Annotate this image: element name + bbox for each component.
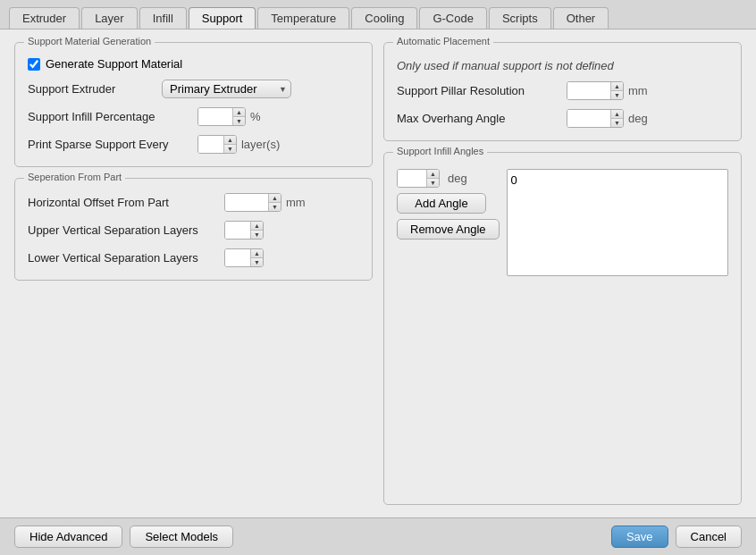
upper-spinners: ▲ ▼ — [250, 222, 263, 239]
infill-unit: % — [250, 110, 261, 123]
tab-bar: Extruder Layer Infill Support Temperatur… — [0, 0, 756, 29]
remove-angle-button[interactable]: Remove Angle — [397, 219, 500, 240]
sparse-spin-down[interactable]: ▼ — [224, 145, 236, 153]
angle-unit: deg — [448, 172, 467, 185]
angles-body: 0 ▲ ▼ deg Add Angle Remove Angle 0 — [397, 169, 728, 276]
auto-placement-title: Automatic Placement — [393, 36, 493, 46]
upper-spin-down[interactable]: ▼ — [251, 231, 263, 239]
lower-row: Lower Vertical Separation Layers 1 ▲ ▼ — [28, 248, 359, 267]
angle-input[interactable]: 0 — [398, 170, 426, 187]
infill-spinners: ▲ ▼ — [232, 108, 245, 125]
infill-spin-up[interactable]: ▲ — [233, 108, 245, 117]
left-column: Support Material Generation Generate Sup… — [14, 42, 373, 505]
overhang-spinners: ▲ ▼ — [610, 110, 623, 127]
pillar-label: Support Pillar Resolution — [397, 84, 567, 97]
pillar-spin-down[interactable]: ▼ — [611, 91, 623, 99]
tab-gcode[interactable]: G-Code — [419, 7, 487, 29]
infill-angles-panel: Support Infill Angles 0 ▲ ▼ — [383, 152, 742, 505]
tab-infill[interactable]: Infill — [139, 7, 187, 29]
tab-cooling[interactable]: Cooling — [351, 7, 417, 29]
horizontal-unit: mm — [286, 196, 306, 209]
overhang-input[interactable]: 45 — [567, 110, 610, 127]
horizontal-input[interactable]: 0.50 — [225, 194, 268, 211]
lower-spinners: ▲ ▼ — [250, 249, 263, 266]
sparse-label: Print Sparse Support Every — [28, 138, 197, 151]
extruder-label: Support Extruder — [28, 82, 162, 96]
pillar-unit: mm — [628, 84, 648, 97]
hide-advanced-button[interactable]: Hide Advanced — [14, 526, 122, 548]
infill-row: Support Infill Percentage 50 ▲ ▼ % — [28, 107, 359, 126]
support-material-panel: Support Material Generation Generate Sup… — [14, 42, 373, 167]
auto-placement-note: Only used if manual support is not defin… — [397, 59, 728, 72]
pillar-input[interactable]: 4.00 — [567, 82, 610, 99]
support-material-title: Support Material Generation — [24, 36, 155, 46]
overhang-spin: 45 ▲ ▼ — [567, 109, 624, 128]
separation-panel: Seperation From Part Horizontal Offset F… — [14, 178, 373, 281]
overhang-row: Max Overhang Angle 45 ▲ ▼ deg — [397, 109, 728, 128]
horizontal-spinners: ▲ ▼ — [268, 194, 281, 211]
tab-temperature[interactable]: Temperature — [257, 7, 349, 29]
lower-spin-up[interactable]: ▲ — [251, 249, 263, 258]
pillar-spinners: ▲ ▼ — [610, 82, 623, 99]
horizontal-spin: 0.50 ▲ ▼ — [224, 193, 281, 212]
angle-spin: 0 ▲ ▼ — [397, 169, 440, 188]
sparse-spin-up[interactable]: ▲ — [224, 136, 236, 145]
overhang-unit: deg — [628, 112, 648, 125]
sparse-input[interactable]: 1 — [198, 136, 223, 153]
horizontal-label: Horizontal Offset From Part — [28, 196, 224, 209]
sparse-unit: layer(s) — [241, 138, 280, 151]
extruder-row: Support Extruder Primary Extruder Second… — [28, 80, 359, 98]
pillar-row: Support Pillar Resolution 4.00 ▲ ▼ mm — [397, 81, 728, 100]
right-column: Automatic Placement Only used if manual … — [383, 42, 742, 505]
overhang-spin-down[interactable]: ▼ — [611, 119, 623, 127]
infill-input[interactable]: 50 — [198, 108, 232, 125]
overhang-label: Max Overhang Angle — [397, 112, 567, 125]
bottom-bar: Hide Advanced Select Models Save Cancel — [0, 517, 756, 555]
angles-controls: 0 ▲ ▼ deg Add Angle Remove Angle — [397, 169, 500, 276]
infill-label: Support Infill Percentage — [28, 110, 197, 123]
horizontal-spin-down[interactable]: ▼ — [269, 203, 281, 211]
upper-input[interactable]: 1 — [225, 222, 250, 239]
angle-input-row: 0 ▲ ▼ deg — [397, 169, 467, 188]
sparse-spin: 1 ▲ ▼ — [197, 135, 237, 154]
tab-layer[interactable]: Layer — [81, 7, 138, 29]
extruder-select[interactable]: Primary Extruder Secondary Extruder — [162, 80, 291, 98]
cancel-button[interactable]: Cancel — [676, 526, 742, 548]
main-window: Extruder Layer Infill Support Temperatur… — [0, 0, 756, 555]
infill-spin: 50 ▲ ▼ — [197, 107, 246, 126]
select-models-button[interactable]: Select Models — [130, 526, 233, 548]
separation-title: Seperation From Part — [24, 172, 125, 182]
tab-support[interactable]: Support — [189, 7, 256, 29]
overhang-spin-up[interactable]: ▲ — [611, 110, 623, 119]
tab-scripts[interactable]: Scripts — [489, 7, 551, 29]
infill-spin-down[interactable]: ▼ — [233, 117, 245, 125]
generate-row: Generate Support Material — [28, 57, 359, 71]
tab-other[interactable]: Other — [553, 7, 609, 29]
upper-spin-up[interactable]: ▲ — [251, 222, 263, 231]
infill-angles-title: Support Infill Angles — [393, 146, 487, 156]
upper-spin: 1 ▲ ▼ — [224, 221, 264, 240]
content-area: Support Material Generation Generate Sup… — [0, 29, 756, 517]
sparse-row: Print Sparse Support Every 1 ▲ ▼ layer(s… — [28, 135, 359, 154]
lower-spin-down[interactable]: ▼ — [251, 258, 263, 266]
angle-spinners: ▲ ▼ — [426, 170, 439, 187]
lower-input[interactable]: 1 — [225, 249, 250, 266]
horizontal-row: Horizontal Offset From Part 0.50 ▲ ▼ mm — [28, 193, 359, 212]
lower-label: Lower Vertical Separation Layers — [28, 251, 224, 265]
pillar-spin-up[interactable]: ▲ — [611, 82, 623, 91]
tab-extruder[interactable]: Extruder — [9, 7, 80, 29]
auto-placement-panel: Automatic Placement Only used if manual … — [383, 42, 742, 141]
pillar-spin: 4.00 ▲ ▼ — [567, 81, 624, 100]
extruder-select-wrap: Primary Extruder Secondary Extruder — [162, 80, 291, 98]
add-angle-button[interactable]: Add Angle — [397, 193, 486, 214]
generate-checkbox[interactable] — [28, 58, 40, 71]
angle-spin-up[interactable]: ▲ — [427, 170, 439, 179]
angle-spin-down[interactable]: ▼ — [427, 179, 439, 187]
bottom-bar-right: Save Cancel — [611, 526, 742, 548]
save-button[interactable]: Save — [611, 526, 668, 548]
sparse-spinners: ▲ ▼ — [223, 136, 236, 153]
generate-label[interactable]: Generate Support Material — [46, 57, 182, 71]
horizontal-spin-up[interactable]: ▲ — [269, 194, 281, 203]
upper-row: Upper Vertical Separation Layers 1 ▲ ▼ — [28, 221, 359, 240]
angles-list[interactable]: 0 — [507, 169, 728, 276]
